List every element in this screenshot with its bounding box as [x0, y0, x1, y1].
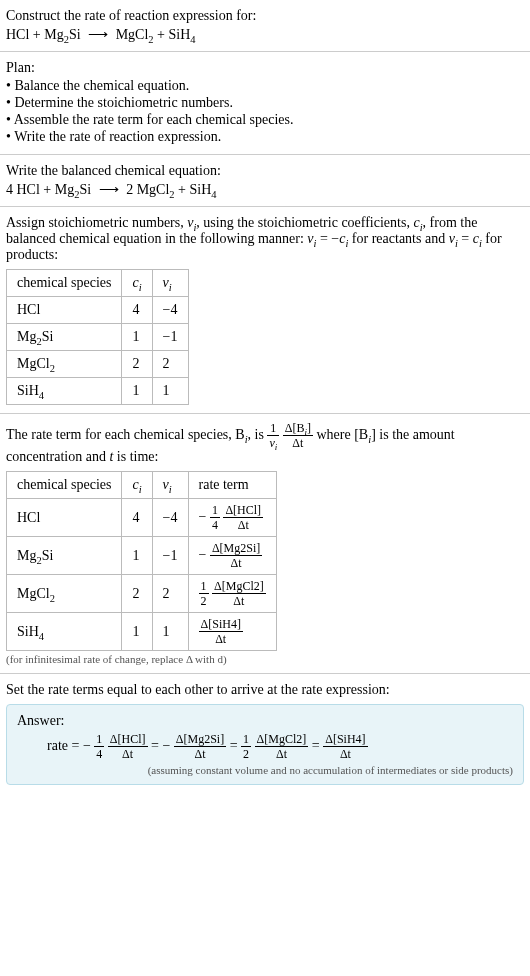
arrow-icon: ⟶ [99, 181, 119, 198]
cell-species: Mg2Si [7, 537, 122, 575]
cell-c: 1 [122, 378, 152, 405]
fraction: Δ[Bi]Δt [283, 422, 313, 449]
cell-c: 1 [122, 613, 152, 651]
plan-item: • Determine the stoichiometric numbers. [6, 95, 524, 111]
cell-c: 1 [122, 324, 152, 351]
cell-nu: −1 [152, 537, 188, 575]
table-header-row: chemical species ci νi [7, 270, 189, 297]
table-row: HCl 4 −4 [7, 297, 189, 324]
balanced-section: Write the balanced chemical equation: 4 … [0, 155, 530, 207]
cell-rate: 12 Δ[MgCl2]Δt [188, 575, 276, 613]
cell-species: MgCl2 [7, 351, 122, 378]
col-nui: νi [152, 270, 188, 297]
arrow-icon: ⟶ [88, 26, 108, 43]
table-row: SiH4 1 1 Δ[SiH4]Δt [7, 613, 277, 651]
cell-c: 2 [122, 351, 152, 378]
eq-rhs: MgCl2 + SiH4 [116, 27, 196, 42]
cell-nu: 2 [152, 351, 188, 378]
plan-item: • Balance the chemical equation. [6, 78, 524, 94]
col-species: chemical species [7, 472, 122, 499]
cell-c: 4 [122, 499, 152, 537]
rateterm-section: The rate term for each chemical species,… [0, 414, 530, 674]
cell-c: 2 [122, 575, 152, 613]
col-nui: νi [152, 472, 188, 499]
rateterm-text: The rate term for each chemical species,… [6, 422, 524, 465]
table-row: HCl 4 −4 − 14 Δ[HCl]Δt [7, 499, 277, 537]
plan-item: • Assemble the rate term for each chemic… [6, 112, 524, 128]
unbalanced-equation: HCl + Mg2Si ⟶ MgCl2 + SiH4 [6, 26, 524, 43]
cell-rate: − 14 Δ[HCl]Δt [188, 499, 276, 537]
rateterm-note: (for infinitesimal rate of change, repla… [6, 653, 524, 665]
plan-item: • Write the rate of reaction expression. [6, 129, 524, 145]
cell-nu: 1 [152, 613, 188, 651]
question-header: Construct the rate of reaction expressio… [0, 0, 530, 52]
table-row: SiH4 1 1 [7, 378, 189, 405]
table-row: MgCl2 2 2 [7, 351, 189, 378]
cell-nu: 2 [152, 575, 188, 613]
cell-c: 1 [122, 537, 152, 575]
fraction: 1νi [267, 422, 279, 449]
assign-section: Assign stoichiometric numbers, νi, using… [0, 207, 530, 414]
assign-text: Assign stoichiometric numbers, νi, using… [6, 215, 524, 263]
answer-label: Answer: [17, 713, 513, 729]
answer-expression: rate = − 14 Δ[HCl]Δt = − Δ[Mg2Si]Δt = 12… [47, 733, 513, 760]
plan-list: • Balance the chemical equation. • Deter… [6, 78, 524, 145]
cell-c: 4 [122, 297, 152, 324]
balanced-title: Write the balanced chemical equation: [6, 163, 524, 179]
col-species: chemical species [7, 270, 122, 297]
cell-species: MgCl2 [7, 575, 122, 613]
cell-species: HCl [7, 297, 122, 324]
col-rate: rate term [188, 472, 276, 499]
col-ci: ci [122, 270, 152, 297]
cell-nu: −1 [152, 324, 188, 351]
table-row: Mg2Si 1 −1 [7, 324, 189, 351]
answer-note: (assuming constant volume and no accumul… [17, 764, 513, 776]
answer-box: Answer: rate = − 14 Δ[HCl]Δt = − Δ[Mg2Si… [6, 704, 524, 785]
eq-lhs: HCl + Mg2Si [6, 27, 81, 42]
cell-nu: 1 [152, 378, 188, 405]
plan-section: Plan: • Balance the chemical equation. •… [0, 52, 530, 155]
cell-rate: − Δ[Mg2Si]Δt [188, 537, 276, 575]
cell-nu: −4 [152, 499, 188, 537]
col-ci: ci [122, 472, 152, 499]
final-section: Set the rate terms equal to each other t… [0, 674, 530, 793]
plan-title: Plan: [6, 60, 524, 76]
stoich-table: chemical species ci νi HCl 4 −4 Mg2Si 1 … [6, 269, 189, 405]
final-title: Set the rate terms equal to each other t… [6, 682, 524, 698]
rateterm-table: chemical species ci νi rate term HCl 4 −… [6, 471, 277, 651]
cell-nu: −4 [152, 297, 188, 324]
cell-species: SiH4 [7, 378, 122, 405]
table-header-row: chemical species ci νi rate term [7, 472, 277, 499]
cell-species: SiH4 [7, 613, 122, 651]
cell-species: HCl [7, 499, 122, 537]
cell-rate: Δ[SiH4]Δt [188, 613, 276, 651]
table-row: MgCl2 2 2 12 Δ[MgCl2]Δt [7, 575, 277, 613]
table-row: Mg2Si 1 −1 − Δ[Mg2Si]Δt [7, 537, 277, 575]
balanced-equation: 4 HCl + Mg2Si ⟶ 2 MgCl2 + SiH4 [6, 181, 524, 198]
question-title: Construct the rate of reaction expressio… [6, 8, 524, 24]
cell-species: Mg2Si [7, 324, 122, 351]
